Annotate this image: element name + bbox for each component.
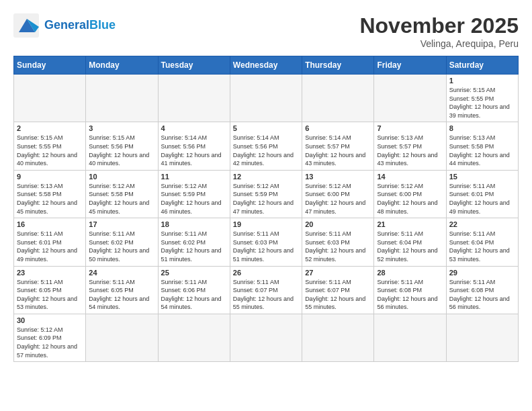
day-info: Sunrise: 5:11 AM Sunset: 6:08 PM Dayligh… [377, 278, 443, 312]
calendar-cell [230, 314, 302, 361]
day-number: 30 [17, 316, 83, 324]
calendar-cell [86, 75, 158, 122]
day-number: 17 [89, 220, 154, 228]
calendar-week-row: 16Sunrise: 5:11 AM Sunset: 6:01 PM Dayli… [14, 218, 519, 266]
day-info: Sunrise: 5:12 AM Sunset: 5:59 PM Dayligh… [161, 182, 227, 216]
day-number: 13 [305, 173, 371, 181]
day-number: 25 [161, 269, 227, 277]
weekday-header: Wednesday [230, 56, 302, 75]
day-number: 12 [233, 173, 299, 181]
day-number: 5 [233, 124, 299, 132]
calendar-cell: 30Sunrise: 5:12 AM Sunset: 6:09 PM Dayli… [14, 314, 86, 361]
calendar-week-row: 23Sunrise: 5:11 AM Sunset: 6:05 PM Dayli… [14, 266, 519, 314]
day-info: Sunrise: 5:11 AM Sunset: 6:01 PM Dayligh… [449, 182, 515, 216]
day-number: 21 [377, 220, 443, 228]
calendar-cell: 10Sunrise: 5:12 AM Sunset: 5:58 PM Dayli… [86, 170, 158, 218]
day-number: 3 [89, 124, 154, 132]
day-number: 20 [305, 220, 371, 228]
calendar-cell: 6Sunrise: 5:14 AM Sunset: 5:57 PM Daylig… [302, 122, 374, 170]
calendar-cell: 11Sunrise: 5:12 AM Sunset: 5:59 PM Dayli… [158, 170, 230, 218]
calendar-cell: 15Sunrise: 5:11 AM Sunset: 6:01 PM Dayli… [446, 170, 518, 218]
calendar-cell [302, 314, 374, 361]
day-number: 9 [17, 173, 83, 181]
calendar-week-row: 1Sunrise: 5:15 AM Sunset: 5:55 PM Daylig… [14, 75, 519, 122]
calendar-cell: 17Sunrise: 5:11 AM Sunset: 6:02 PM Dayli… [86, 218, 158, 266]
calendar-cell: 12Sunrise: 5:12 AM Sunset: 5:59 PM Dayli… [230, 170, 302, 218]
day-info: Sunrise: 5:11 AM Sunset: 6:05 PM Dayligh… [89, 278, 154, 312]
day-info: Sunrise: 5:13 AM Sunset: 5:57 PM Dayligh… [377, 134, 443, 167]
day-info: Sunrise: 5:11 AM Sunset: 6:07 PM Dayligh… [305, 278, 371, 312]
calendar-cell [374, 75, 446, 122]
calendar-cell: 2Sunrise: 5:15 AM Sunset: 5:55 PM Daylig… [14, 122, 86, 170]
location-subtitle: Velinga, Arequipa, Peru [359, 38, 519, 49]
day-info: Sunrise: 5:11 AM Sunset: 6:02 PM Dayligh… [161, 230, 227, 263]
day-info: Sunrise: 5:12 AM Sunset: 6:00 PM Dayligh… [377, 182, 443, 216]
day-info: Sunrise: 5:14 AM Sunset: 5:56 PM Dayligh… [233, 134, 299, 167]
weekday-header: Thursday [302, 56, 374, 75]
calendar-cell [86, 314, 158, 361]
calendar-cell: 23Sunrise: 5:11 AM Sunset: 6:05 PM Dayli… [14, 266, 86, 314]
calendar-cell: 25Sunrise: 5:11 AM Sunset: 6:06 PM Dayli… [158, 266, 230, 314]
calendar-cell: 3Sunrise: 5:15 AM Sunset: 5:56 PM Daylig… [86, 122, 158, 170]
calendar-cell [158, 75, 230, 122]
day-number: 1 [449, 77, 515, 85]
day-number: 27 [305, 269, 371, 277]
day-number: 24 [89, 269, 154, 277]
calendar-cell [158, 314, 230, 361]
calendar-cell: 26Sunrise: 5:11 AM Sunset: 6:07 PM Dayli… [230, 266, 302, 314]
weekday-header: Friday [374, 56, 446, 75]
day-info: Sunrise: 5:11 AM Sunset: 6:06 PM Dayligh… [161, 278, 227, 312]
calendar-cell: 13Sunrise: 5:12 AM Sunset: 6:00 PM Dayli… [302, 170, 374, 218]
calendar-table: SundayMondayTuesdayWednesdayThursdayFrid… [13, 56, 519, 362]
calendar-cell: 21Sunrise: 5:11 AM Sunset: 6:04 PM Dayli… [374, 218, 446, 266]
calendar-week-row: 2Sunrise: 5:15 AM Sunset: 5:55 PM Daylig… [14, 122, 519, 170]
day-info: Sunrise: 5:11 AM Sunset: 6:03 PM Dayligh… [305, 230, 371, 263]
calendar-cell: 18Sunrise: 5:11 AM Sunset: 6:02 PM Dayli… [158, 218, 230, 266]
calendar-cell: 22Sunrise: 5:11 AM Sunset: 6:04 PM Dayli… [446, 218, 518, 266]
calendar-cell [14, 75, 86, 122]
day-info: Sunrise: 5:14 AM Sunset: 5:56 PM Dayligh… [161, 134, 227, 167]
calendar-cell [374, 314, 446, 361]
day-info: Sunrise: 5:12 AM Sunset: 5:58 PM Dayligh… [89, 182, 154, 216]
day-info: Sunrise: 5:14 AM Sunset: 5:57 PM Dayligh… [305, 134, 371, 167]
day-info: Sunrise: 5:11 AM Sunset: 6:03 PM Dayligh… [233, 230, 299, 263]
calendar-cell: 19Sunrise: 5:11 AM Sunset: 6:03 PM Dayli… [230, 218, 302, 266]
calendar-cell: 24Sunrise: 5:11 AM Sunset: 6:05 PM Dayli… [86, 266, 158, 314]
day-number: 29 [449, 269, 515, 277]
calendar-header-row: SundayMondayTuesdayWednesdayThursdayFrid… [14, 56, 519, 75]
day-info: Sunrise: 5:13 AM Sunset: 5:58 PM Dayligh… [449, 134, 515, 167]
day-info: Sunrise: 5:11 AM Sunset: 6:01 PM Dayligh… [17, 230, 83, 263]
day-number: 2 [17, 124, 83, 132]
day-number: 26 [233, 269, 299, 277]
day-number: 14 [377, 173, 443, 181]
calendar-cell: 29Sunrise: 5:11 AM Sunset: 6:08 PM Dayli… [446, 266, 518, 314]
day-number: 7 [377, 124, 443, 132]
calendar-cell: 14Sunrise: 5:12 AM Sunset: 6:00 PM Dayli… [374, 170, 446, 218]
day-number: 8 [449, 124, 515, 132]
day-number: 4 [161, 124, 227, 132]
day-number: 16 [17, 220, 83, 228]
logo-icon [13, 13, 40, 38]
day-info: Sunrise: 5:12 AM Sunset: 6:09 PM Dayligh… [17, 326, 83, 359]
day-number: 23 [17, 269, 83, 277]
day-info: Sunrise: 5:13 AM Sunset: 5:58 PM Dayligh… [17, 182, 83, 216]
day-number: 11 [161, 173, 227, 181]
calendar-cell: 9Sunrise: 5:13 AM Sunset: 5:58 PM Daylig… [14, 170, 86, 218]
calendar-cell [302, 75, 374, 122]
day-info: Sunrise: 5:15 AM Sunset: 5:56 PM Dayligh… [89, 134, 154, 167]
day-number: 19 [233, 220, 299, 228]
calendar-cell [230, 75, 302, 122]
day-info: Sunrise: 5:11 AM Sunset: 6:04 PM Dayligh… [377, 230, 443, 263]
calendar-cell: 5Sunrise: 5:14 AM Sunset: 5:56 PM Daylig… [230, 122, 302, 170]
day-number: 22 [449, 220, 515, 228]
weekday-header: Saturday [446, 56, 518, 75]
calendar-cell [446, 314, 518, 361]
logo-text: GeneralBlue [44, 18, 116, 33]
day-info: Sunrise: 5:11 AM Sunset: 6:08 PM Dayligh… [449, 278, 515, 312]
logo: GeneralBlue [13, 13, 116, 38]
day-number: 15 [449, 173, 515, 181]
day-info: Sunrise: 5:15 AM Sunset: 5:55 PM Dayligh… [449, 86, 515, 120]
calendar-cell: 4Sunrise: 5:14 AM Sunset: 5:56 PM Daylig… [158, 122, 230, 170]
day-info: Sunrise: 5:11 AM Sunset: 6:04 PM Dayligh… [449, 230, 515, 263]
day-info: Sunrise: 5:11 AM Sunset: 6:02 PM Dayligh… [89, 230, 154, 263]
